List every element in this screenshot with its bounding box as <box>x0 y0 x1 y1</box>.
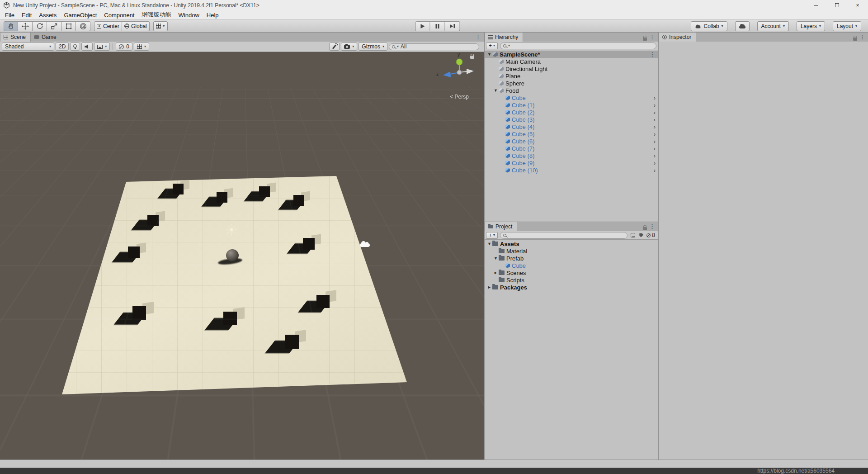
account-button[interactable]: Account▾ <box>757 21 789 31</box>
hierarchy-row[interactable]: Cube (6)› <box>485 137 658 145</box>
hierarchy-row[interactable]: Sphere <box>485 80 658 87</box>
foldout-open-icon[interactable]: ▼ <box>493 256 499 261</box>
maximize-button[interactable] <box>826 0 847 10</box>
project-search-field[interactable] <box>500 232 627 239</box>
project-row[interactable]: ▼Assets <box>485 240 658 247</box>
pivot-toggle-button[interactable]: Center <box>94 21 122 31</box>
layers-button[interactable]: Layers▾ <box>797 21 825 31</box>
prefab-chevron-icon[interactable]: › <box>654 102 656 108</box>
hierarchy-row[interactable]: Cube (4)› <box>485 123 658 130</box>
menu-item-4[interactable]: GameObject <box>60 12 100 19</box>
panel-lock[interactable] <box>643 35 647 42</box>
foldout-closed-icon[interactable]: ► <box>493 271 499 275</box>
component-tools-button[interactable] <box>329 43 340 51</box>
step-button[interactable] <box>445 21 460 31</box>
prefab-chevron-icon[interactable]: › <box>654 160 656 166</box>
close-button[interactable]: × <box>847 0 868 10</box>
shading-mode-dropdown[interactable]: Shaded▾ <box>2 43 54 51</box>
hierarchy-row[interactable]: Directional Light <box>485 65 658 72</box>
scene-effects-dropdown[interactable]: ▾ <box>94 43 110 51</box>
cloud-services-button[interactable] <box>735 21 750 31</box>
project-row[interactable]: Cube <box>485 262 658 269</box>
scene-visibility-button[interactable]: 0 <box>116 43 132 51</box>
hierarchy-row[interactable]: Cube (8)› <box>485 152 658 159</box>
search-by-label-button[interactable] <box>638 232 644 239</box>
play-button[interactable] <box>415 21 430 31</box>
scene-lighting-button[interactable] <box>70 43 80 51</box>
prefab-chevron-icon[interactable]: › <box>654 131 656 137</box>
2d-toggle-button[interactable]: 2D <box>56 43 69 51</box>
hierarchy-search-field[interactable]: ▾ <box>500 43 656 49</box>
panel-menu-icon[interactable]: ⋮ <box>649 33 655 40</box>
menu-item-1[interactable]: File <box>1 12 18 19</box>
minimize-button[interactable]: ─ <box>806 0 826 10</box>
menu-item-8[interactable]: Help <box>203 12 222 19</box>
space-toggle-button[interactable]: Global <box>122 21 150 31</box>
menu-item-6[interactable]: 增强版功能 <box>138 11 175 19</box>
menu-item-2[interactable]: Edit <box>18 12 35 19</box>
prefab-chevron-icon[interactable]: › <box>654 146 656 152</box>
prefab-chevron-icon[interactable]: › <box>654 167 656 173</box>
hierarchy-row[interactable]: Cube (1)› <box>485 101 658 109</box>
hierarchy-row[interactable]: Cube (10)› <box>485 166 658 174</box>
scene-viewport[interactable]: y z < Persp <box>0 52 484 460</box>
hierarchy-row[interactable]: Plane <box>485 72 658 80</box>
scale-tool-button[interactable] <box>47 21 61 31</box>
menu-item-5[interactable]: Component <box>100 12 138 19</box>
panel-menu-icon[interactable]: ⋮ <box>859 33 865 40</box>
tab-game[interactable]: Game <box>31 33 61 42</box>
tab-inspector[interactable]: Inspector <box>659 33 696 42</box>
panel-lock[interactable] <box>853 35 857 42</box>
directional-light-gizmo[interactable] <box>225 223 238 236</box>
hierarchy-row[interactable]: ▼Food <box>485 87 658 94</box>
search-by-type-button[interactable] <box>630 232 636 239</box>
project-row[interactable]: ▼Prefab <box>485 255 658 262</box>
hand-tool-button[interactable] <box>4 21 18 31</box>
hierarchy-row[interactable]: Cube (3)› <box>485 116 658 123</box>
prefab-chevron-icon[interactable]: › <box>654 109 656 115</box>
perspective-toggle[interactable]: < Persp <box>441 94 478 100</box>
scene-audio-button[interactable] <box>81 43 93 51</box>
menu-item-7[interactable]: Window <box>175 12 203 19</box>
prefab-chevron-icon[interactable]: › <box>654 124 656 130</box>
project-row[interactable]: ►Scenes <box>485 269 658 276</box>
foldout-open-icon[interactable]: ▼ <box>486 242 492 246</box>
collab-button[interactable]: Collab▾ <box>691 21 727 31</box>
rotate-tool-button[interactable] <box>33 21 47 31</box>
scene-camera-dropdown[interactable]: ▾ <box>341 43 357 51</box>
tab-hierarchy[interactable]: Hierarchy <box>485 33 523 42</box>
panel-menu-icon[interactable]: ⋮ <box>475 33 481 40</box>
move-tool-button[interactable] <box>18 21 33 31</box>
panel-menu-icon[interactable]: ⋮ <box>649 223 655 230</box>
transform-tool-button[interactable] <box>76 21 90 31</box>
hierarchy-row[interactable]: Cube (2)› <box>485 109 658 116</box>
hierarchy-row[interactable]: Cube (9)› <box>485 159 658 166</box>
gizmo-lock-icon[interactable] <box>470 56 474 59</box>
grid-visibility-dropdown[interactable]: ▾ <box>134 43 149 51</box>
hierarchy-row[interactable]: Main Camera <box>485 58 658 65</box>
scene-menu-icon[interactable]: ⋮ <box>650 51 655 57</box>
layout-button[interactable]: Layout▾ <box>833 21 861 31</box>
create-asset-button[interactable]: +▾ <box>486 232 498 239</box>
foldout-open-icon[interactable]: ▼ <box>493 89 499 93</box>
menu-item-3[interactable]: Assets <box>35 12 60 19</box>
create-menu-button[interactable]: +▾ <box>486 43 498 49</box>
hidden-packages-toggle[interactable]: 8 <box>646 232 655 238</box>
gizmos-dropdown[interactable]: Gizmos▾ <box>359 43 387 51</box>
prefab-chevron-icon[interactable]: › <box>654 153 656 159</box>
tab-scene[interactable]: Scene <box>0 33 31 42</box>
grid-snap-button[interactable]: ▾ <box>153 21 168 31</box>
project-row[interactable]: Material <box>485 247 658 255</box>
prefab-chevron-icon[interactable]: › <box>654 117 656 123</box>
project-row[interactable]: Scripts <box>485 276 658 284</box>
rect-tool-button[interactable] <box>61 21 76 31</box>
project-row[interactable]: ►Packages <box>485 284 658 291</box>
hierarchy-row[interactable]: Cube (7)› <box>485 145 658 152</box>
prefab-chevron-icon[interactable]: › <box>654 138 656 144</box>
hierarchy-row[interactable]: Cube (5)› <box>485 130 658 137</box>
hierarchy-row-scene[interactable]: ▼ SampleScene* ⋮ <box>485 51 658 58</box>
pause-button[interactable] <box>430 21 445 31</box>
scene-sphere[interactable] <box>226 249 239 261</box>
tab-project[interactable]: Project <box>485 222 517 231</box>
prefab-chevron-icon[interactable]: › <box>654 95 656 101</box>
